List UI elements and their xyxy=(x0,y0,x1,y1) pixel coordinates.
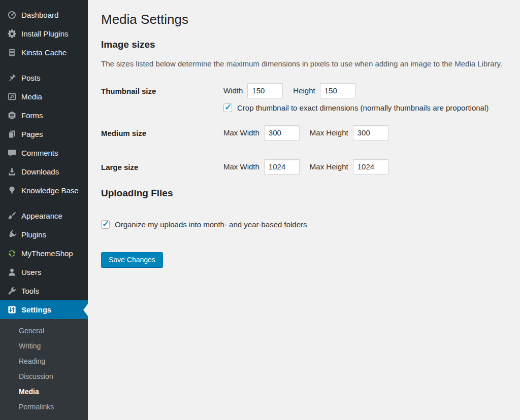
cache-server-icon xyxy=(7,48,17,58)
large-max-width-label: Max Width xyxy=(223,162,259,171)
large-max-width-input[interactable] xyxy=(264,159,300,174)
sidebar-item-label: Posts xyxy=(21,74,41,82)
plug-icon xyxy=(7,230,17,240)
sidebar-item-tools[interactable]: Tools xyxy=(0,282,88,300)
sidebar-item-label: MyThemeShop xyxy=(21,249,73,258)
sidebar-item-label: Knowledge Base xyxy=(21,186,79,195)
sidebar-item-kinsta-cache[interactable]: Kinsta Cache xyxy=(0,43,88,62)
medium-max-width-input[interactable] xyxy=(264,125,300,141)
organize-uploads-label: Organize my uploads into month- and year… xyxy=(115,220,307,229)
wrench-icon xyxy=(7,286,17,296)
sidebar-item-users[interactable]: Users xyxy=(0,263,88,282)
large-size-row: Large size Max Width Max Height xyxy=(101,159,510,174)
sidebar-item-label: Install Plugins xyxy=(21,29,69,38)
sidebar-item-label: Plugins xyxy=(21,230,46,239)
thumbnail-height-input[interactable] xyxy=(320,83,355,98)
sidebar-item-posts[interactable]: Posts xyxy=(0,68,88,87)
thumbnail-width-input[interactable] xyxy=(247,83,283,98)
sidebar-item-mythemeshop[interactable]: MyThemeShop xyxy=(0,244,88,263)
sidebar-item-settings[interactable]: Settings xyxy=(0,300,88,319)
sidebar-item-plugins[interactable]: Plugins xyxy=(0,225,88,244)
sidebar-item-label: Appearance xyxy=(21,212,62,220)
sidebar-item-pages[interactable]: Pages xyxy=(0,125,88,144)
submenu-item-permalinks[interactable]: Permalinks xyxy=(0,399,88,414)
comment-bubble-icon xyxy=(7,148,17,158)
sidebar-item-comments[interactable]: Comments xyxy=(0,144,88,162)
download-icon xyxy=(7,167,17,177)
sidebar-item-knowledge-base[interactable]: Knowledge Base xyxy=(0,181,88,200)
large-size-label: Large size xyxy=(101,159,223,171)
lightbulb-icon xyxy=(7,186,17,196)
dashboard-gauge-icon xyxy=(7,10,17,20)
medium-max-height-label: Max Height xyxy=(310,128,348,137)
sidebar-item-label: Downloads xyxy=(21,167,59,176)
pages-icon xyxy=(7,129,17,139)
crop-thumbnail-label: Crop thumbnail to exact dimensions (norm… xyxy=(237,103,489,112)
settings-sliders-icon xyxy=(7,305,17,315)
image-sizes-heading: Image sizes xyxy=(101,39,510,50)
page-title: Media Settings xyxy=(101,11,510,28)
sidebar-item-appearance[interactable]: Appearance xyxy=(0,206,88,225)
image-sizes-description: The sizes listed below determine the max… xyxy=(101,59,510,68)
submenu-item-media[interactable]: Media xyxy=(0,384,88,399)
submenu-item-label: Media xyxy=(19,388,39,396)
forms-hexagon-icon xyxy=(7,111,17,121)
submenu-item-label: General xyxy=(19,327,44,335)
sidebar-item-label: Tools xyxy=(21,287,39,295)
submenu-item-general[interactable]: General xyxy=(0,323,88,338)
submenu-item-reading[interactable]: Reading xyxy=(0,354,88,369)
crop-thumbnail-checkbox[interactable] xyxy=(223,103,232,112)
sidebar-item-label: Forms xyxy=(21,111,43,120)
sidebar-item-label: Dashboard xyxy=(21,11,58,19)
mythemeshop-arrows-icon xyxy=(7,249,17,259)
paintbrush-icon xyxy=(7,211,17,221)
sidebar-item-dashboard[interactable]: Dashboard xyxy=(0,6,88,24)
sidebar-item-label: Users xyxy=(21,268,41,276)
thumbnail-size-label: Thumbnail size xyxy=(101,83,223,95)
submenu-item-label: Writing xyxy=(19,342,41,350)
thumbnail-size-row: Thumbnail size Width Height Crop thumbna… xyxy=(101,83,510,112)
submenu-item-label: Discussion xyxy=(19,372,53,380)
settings-submenu: General Writing Reading Discussion Media… xyxy=(0,319,88,420)
sidebar-item-label: Kinsta Cache xyxy=(21,48,67,57)
sidebar-item-install-plugins[interactable]: Install Plugins xyxy=(0,24,88,43)
active-menu-arrow xyxy=(83,304,88,316)
large-max-height-input[interactable] xyxy=(353,159,388,174)
organize-uploads-row: Organize my uploads into month- and year… xyxy=(101,220,510,229)
sidebar-item-label: Media xyxy=(21,92,42,101)
admin-sidebar: Dashboard Install Plugins Kinsta Cache P… xyxy=(0,0,88,420)
save-changes-button[interactable]: Save Changes xyxy=(101,252,163,267)
thumbnail-width-label: Width xyxy=(223,86,243,95)
media-note-icon xyxy=(7,92,17,102)
image-sizes-form: Thumbnail size Width Height Crop thumbna… xyxy=(101,83,510,174)
submenu-item-label: Reading xyxy=(19,357,45,365)
medium-max-width-label: Max Width xyxy=(223,128,259,137)
gear-icon xyxy=(7,29,17,39)
medium-size-label: Medium size xyxy=(101,125,223,137)
admin-menu: Dashboard Install Plugins Kinsta Cache P… xyxy=(0,0,88,319)
user-icon xyxy=(7,267,17,277)
uploading-files-heading: Uploading Files xyxy=(101,188,510,199)
thumbnail-height-label: Height xyxy=(293,86,315,95)
sidebar-item-media[interactable]: Media xyxy=(0,87,88,106)
medium-size-row: Medium size Max Width Max Height xyxy=(101,125,510,141)
organize-uploads-checkbox[interactable] xyxy=(101,220,110,229)
submenu-item-label: Permalinks xyxy=(19,403,54,411)
sidebar-item-label: Settings xyxy=(21,305,51,314)
sidebar-item-forms[interactable]: Forms xyxy=(0,106,88,125)
main-content: Media Settings Image sizes The sizes lis… xyxy=(88,0,520,420)
large-max-height-label: Max Height xyxy=(310,162,348,171)
pushpin-icon xyxy=(7,73,17,83)
sidebar-item-label: Pages xyxy=(21,130,43,138)
sidebar-item-downloads[interactable]: Downloads xyxy=(0,162,88,181)
submenu-item-writing[interactable]: Writing xyxy=(0,338,88,354)
submenu-item-discussion[interactable]: Discussion xyxy=(0,369,88,384)
medium-max-height-input[interactable] xyxy=(353,125,388,141)
sidebar-item-label: Comments xyxy=(21,149,58,157)
